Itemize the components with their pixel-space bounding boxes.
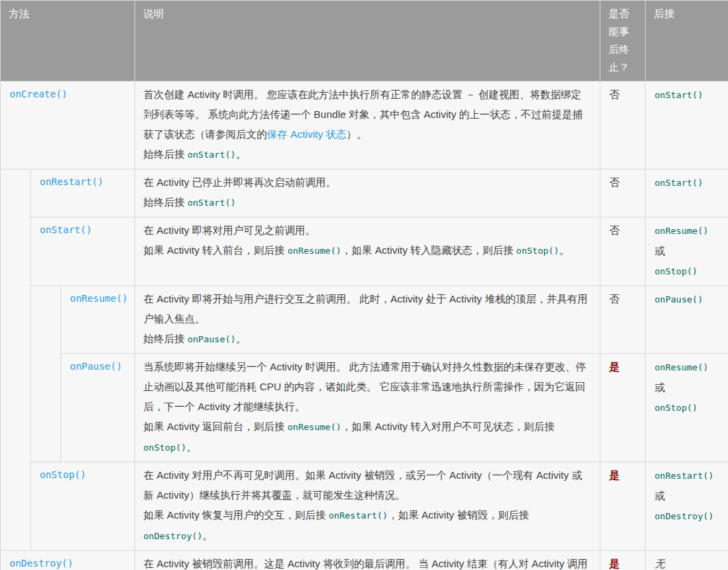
description-cell: 在 Activity 即将对用户可见之前调用。如果 Activity 转入前台，… xyxy=(135,217,600,286)
paragraph: 当系统即将开始继续另一个 Activity 时调用。 此方法通常用于确认对持久性… xyxy=(143,357,591,416)
method-link-ondestroy[interactable]: onDestroy() xyxy=(1,551,135,570)
method-link-onresume[interactable]: onResume() xyxy=(61,286,135,354)
row-onresume: onResume() 在 Activity 即将开始与用户进行交互之前调用。 此… xyxy=(1,286,728,354)
next-method-line: onRestart() xyxy=(655,465,720,486)
text-segment: ）。 xyxy=(347,128,367,140)
killable-cell: 否 xyxy=(600,82,646,169)
text-segment: 或 xyxy=(655,381,665,393)
description-cell: 当系统即将开始继续另一个 Activity 时调用。 此方法通常用于确认对持久性… xyxy=(135,354,600,462)
text-segment: 始终后接 xyxy=(143,333,187,344)
text-segment: onDestroy() xyxy=(143,531,202,541)
row-onrestart: onRestart() 在 Activity 已停止并即将再次启动前调用。始终后… xyxy=(1,169,728,217)
paragraph: 在 Activity 已停止并即将再次启动前调用。 xyxy=(143,172,591,192)
paragraph: 如果 Activity 返回前台，则后接 onResume()，如果 Activ… xyxy=(143,416,591,458)
header-row: 方法 说明 是否能事后终止？ 后接 xyxy=(1,1,728,82)
text-segment: 如果 Activity 转入前台，则后接 xyxy=(143,244,287,256)
next-method-line: onPause() xyxy=(655,289,720,309)
method-link-onrestart[interactable]: onRestart() xyxy=(31,169,135,217)
inline-link[interactable]: 保存 Activity 状态 xyxy=(267,128,347,140)
text-segment: onResume() xyxy=(287,246,341,256)
killable-cell: 否 xyxy=(600,286,646,354)
description-cell: 首次创建 Activity 时调用。 您应该在此方法中执行所有正常的静态设置 －… xyxy=(135,82,600,169)
row-oncreate: onCreate() 首次创建 Activity 时调用。 您应该在此方法中执行… xyxy=(1,82,728,169)
paragraph: 在 Activity 被销毁前调用。这是 Activity 将收到的最后调用。 … xyxy=(143,554,591,570)
text-segment: 始终后接 xyxy=(143,148,187,160)
text-segment: onStart() xyxy=(655,178,703,188)
indent-spacer-level2 xyxy=(31,286,61,462)
killable-cell: 否 xyxy=(600,217,646,286)
paragraph: 在 Activity 对用户不再可见时调用。如果 Activity 被销毁，或另… xyxy=(143,465,591,505)
description-cell: 在 Activity 已停止并即将再次启动前调用。始终后接 onStart() xyxy=(135,169,600,217)
method-link-onstart[interactable]: onStart() xyxy=(31,217,135,286)
text-segment: ，如果 Activity 转入隐藏状态，则后接 xyxy=(341,244,516,256)
method-link-onstop[interactable]: onStop() xyxy=(31,462,135,551)
next-cell: 无 xyxy=(646,551,728,570)
next-method-line: 或 xyxy=(655,486,720,506)
text-segment: 在 Activity 被销毁前调用。这是 Activity 将收到的最后调用。 … xyxy=(143,558,588,570)
indent-spacer-level1 xyxy=(1,169,31,551)
next-cell: onPause() xyxy=(646,286,728,354)
method-link-oncreate[interactable]: onCreate() xyxy=(1,82,135,169)
next-method-line: onStop() xyxy=(655,397,720,418)
text-segment: 在 Activity 即将对用户可见之前调用。 xyxy=(143,224,316,236)
text-segment: onStart() xyxy=(655,90,703,100)
next-method-line: onStart() xyxy=(655,172,720,193)
text-segment: onDestroy() xyxy=(655,511,714,521)
text-segment: onStop() xyxy=(655,266,698,276)
next-cell: onResume()或onStop() xyxy=(646,217,728,286)
row-ondestroy: onDestroy() 在 Activity 被销毁前调用。这是 Activit… xyxy=(1,551,728,570)
activity-lifecycle-table: 方法 说明 是否能事后终止？ 后接 onCreate() 首次创建 Activi… xyxy=(0,0,728,570)
paragraph: 在 Activity 即将开始与用户进行交互之前调用。 此时，Activity … xyxy=(143,289,591,329)
row-onpause: onPause() 当系统即将开始继续另一个 Activity 时调用。 此方法… xyxy=(1,354,728,462)
column-header-next: 后接 xyxy=(646,1,728,82)
text-segment: 在 Activity 对用户不再可见时调用。如果 Activity 被销毁，或另… xyxy=(143,469,582,501)
text-segment: onStart() xyxy=(187,198,235,208)
paragraph: 始终后接 onPause()。 xyxy=(143,329,591,349)
text-segment: onStart() xyxy=(187,150,235,160)
text-segment: onStop() xyxy=(516,246,559,256)
paragraph: 首次创建 Activity 时调用。 您应该在此方法中执行所有正常的静态设置 －… xyxy=(143,84,591,144)
paragraph: 在 Activity 即将对用户可见之前调用。 xyxy=(143,220,591,240)
next-method-line: 无 xyxy=(655,554,720,570)
paragraph: 如果 Activity 转入前台，则后接 onResume()，如果 Activ… xyxy=(143,240,591,261)
text-segment: onRestart() xyxy=(329,510,388,521)
next-cell: onRestart()或onDestroy() xyxy=(646,462,728,551)
text-segment: onPause() xyxy=(655,294,703,305)
killable-cell: 是 xyxy=(600,354,646,462)
text-segment: 在 Activity 已停止并即将再次启动前调用。 xyxy=(143,176,336,188)
text-segment: 。 xyxy=(236,148,246,160)
text-segment: 如果 Activity 恢复与用户的交互，则后接 xyxy=(143,509,329,521)
text-segment: 。 xyxy=(187,441,197,453)
text-segment: 。 xyxy=(236,333,246,344)
description-cell: 在 Activity 即将开始与用户进行交互之前调用。 此时，Activity … xyxy=(135,286,600,354)
text-segment: ，如果 Activity 被销毁，则后接 xyxy=(388,509,529,521)
text-segment: onResume() xyxy=(655,226,708,236)
text-segment: ，如果 Activity 转入对用户不可见状态，则后接 xyxy=(341,420,554,432)
column-header-killable: 是否能事后终止？ xyxy=(600,1,646,82)
text-segment: 。 xyxy=(559,244,570,256)
text-segment: onRestart() xyxy=(655,471,714,481)
next-cell: onStart() xyxy=(646,169,728,217)
paragraph: 始终后接 onStart() xyxy=(143,192,591,213)
next-method-line: onDestroy() xyxy=(655,506,720,526)
method-link-onpause[interactable]: onPause() xyxy=(61,354,135,462)
text-segment: 始终后接 xyxy=(143,196,187,208)
killable-cell: 否 xyxy=(600,169,646,217)
text-segment: onStop() xyxy=(143,442,187,453)
text-segment: 在 Activity 即将开始与用户进行交互之前调用。 此时，Activity … xyxy=(143,293,588,324)
next-method-line: 或 xyxy=(655,377,720,397)
next-method-line: 或 xyxy=(655,241,720,261)
killable-cell: 是 xyxy=(600,462,646,551)
paragraph: 如果 Activity 恢复与用户的交互，则后接 onRestart()，如果 … xyxy=(143,505,591,546)
text-segment: 或 xyxy=(655,245,665,257)
description-cell: 在 Activity 被销毁前调用。这是 Activity 将收到的最后调用。 … xyxy=(135,551,600,570)
column-header-method: 方法 xyxy=(1,1,135,82)
text-segment: onStop() xyxy=(655,403,698,413)
row-onstop: onStop() 在 Activity 对用户不再可见时调用。如果 Activi… xyxy=(1,462,728,551)
row-onstart: onStart() 在 Activity 即将对用户可见之前调用。如果 Acti… xyxy=(1,217,728,286)
description-cell: 在 Activity 对用户不再可见时调用。如果 Activity 被销毁，或另… xyxy=(135,462,600,551)
text-segment: 当系统即将开始继续另一个 Activity 时调用。 此方法通常用于确认对持久性… xyxy=(143,361,586,412)
text-segment: 或 xyxy=(655,490,665,501)
text-segment: 。 xyxy=(202,530,213,541)
text-segment: onResume() xyxy=(287,422,341,432)
